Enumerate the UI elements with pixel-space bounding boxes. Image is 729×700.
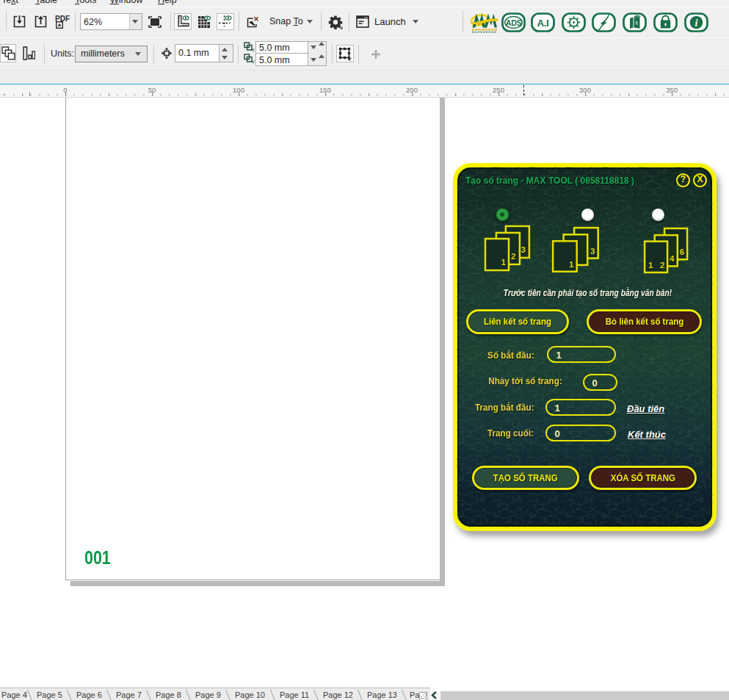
svg-text:x: x [252,47,255,51]
svg-text:y: y [252,59,255,63]
svg-text:4: 4 [670,254,675,263]
svg-text:1: 1 [648,261,653,270]
svg-text:i: i [694,18,697,29]
svg-text:2: 2 [511,252,515,261]
svg-text:1: 1 [569,260,574,269]
svg-text:A.I: A.I [537,18,548,29]
svg-text:2: 2 [660,261,664,270]
svg-text:3: 3 [590,247,595,256]
svg-text:6: 6 [680,248,684,256]
svg-text:1: 1 [501,258,506,267]
svg-text:ADS: ADS [506,18,521,27]
svg-text:3: 3 [521,245,526,254]
